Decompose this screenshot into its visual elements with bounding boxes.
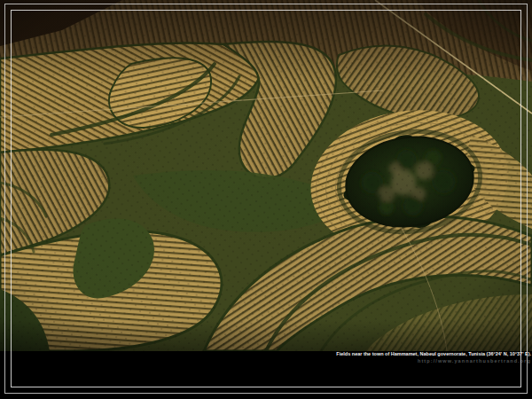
aerial-photo-fields bbox=[0, 0, 532, 351]
credit-url: http://www.yannarthusbertrand.org bbox=[0, 358, 532, 364]
caption-strip: Fields near the town of Hammamet, Nabeul… bbox=[0, 351, 532, 364]
vignette bbox=[0, 0, 532, 351]
photo-caption: Fields near the town of Hammamet, Nabeul… bbox=[0, 351, 532, 357]
wallpaper: Fields near the town of Hammamet, Nabeul… bbox=[0, 0, 532, 399]
